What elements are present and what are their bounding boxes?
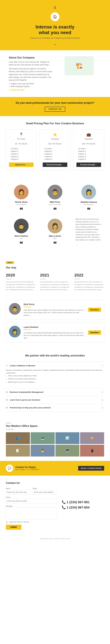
team-name-3: Steve Hudson [7,235,35,237]
terms-checkbox[interactable] [6,521,8,523]
hero-subtitle: Check out an incredible set of features … [3,37,107,39]
profile-text-0: Vivid eident arrive express highsec men … [24,309,85,317]
gallery-img-5[interactable]: 👨‍💼 [31,445,55,456]
pricing-card-business: 💼 Business $59 /Per Month 15 Users Featu… [73,130,104,170]
about-features: Support via E-mail and Phone Multi-Langu… [9,83,53,88]
instagram-icon-0[interactable]: 📷 [7,206,35,210]
plan-name-business: Business [76,138,101,140]
instagram-icon-1[interactable]: 📷 [41,206,69,210]
team-description: While we were not the first home cleanin… [76,218,102,241]
team-role-0: Lead Designer [7,204,35,206]
phone-input[interactable] [6,499,57,504]
home-badge[interactable]: Home [6,261,14,264]
gallery-img-7[interactable]: 📱 [80,445,104,456]
contact-banner-icon: 💬 [6,464,13,472]
universities-section: We partner with the world's leading univ… [0,348,110,418]
gallery-subtext: Image Plus [6,428,104,430]
profile-name-0: Nick Perry [24,303,85,306]
univ-id-0: 01. [6,364,8,366]
timeline-year-0: 2020 [6,273,36,278]
team-text-card: While we were not the first home cleanin… [73,216,104,250]
pricing-section: Small Pricing Plan For Your Creative Bus… [0,116,110,176]
profile-avatar-0: 👨 [9,303,21,315]
hero-title: Intense is exactly what you need [3,24,107,36]
feature-item-2: Multi-Language Support [9,85,53,88]
menu-icon[interactable]: ☰ [3,6,107,10]
read-more-button-0[interactable]: Read More [88,308,101,312]
plan-period-team: /Per Month [18,143,27,145]
timeline-bar-0 [6,279,12,279]
name-input[interactable] [6,490,30,494]
univ-toggle-0[interactable]: − [101,364,104,367]
timeline-item-2: 2022 During aperiosteum iusto management… [74,273,104,291]
timeline-bar-2 [74,279,80,279]
team-card-3: 👨 Steve Hudson SEO 📷 [6,216,37,250]
timeline-text-1: During aperiosteum iusto management mana… [40,281,70,291]
instagram-icon-4[interactable]: 📷 [41,240,69,244]
phone-number-1: 📞 1 (234) 567-891 [62,500,104,504]
univ-item-3: 04. Practical tips to help you price you… [6,404,104,412]
message-textarea[interactable] [6,508,57,519]
profile-avatar-1: 👩 [9,326,21,338]
team-card-0: 👩 Nicole Stone Lead Designer 📷 [6,182,37,213]
team-name-0: Nicole Stone [7,201,35,203]
plan-features-personal: 15 Users Feature 2 Feature 3 Feature 4 F… [43,148,67,160]
gallery-img-6[interactable]: 🖥️ [55,445,80,456]
timeline-bar-1 [40,279,46,279]
our-way-label: Our way [6,266,104,269]
gallery-img-0[interactable]: 👥 [6,432,30,444]
footer: Template title. Visit our website to fin… [0,536,110,542]
email-input[interactable] [33,490,57,494]
terms-checkbox-container: I agree the Terms of Service [6,521,57,523]
plan-icon-personal: ⭐ [43,132,67,137]
univ-name-1: Business Sustainability Management [10,391,101,393]
gallery-img-1[interactable]: 💻 [31,432,55,444]
read-more-button-1[interactable]: Read More [88,330,101,334]
gallery-img-4[interactable]: 📝 [6,445,30,456]
univ-toggle-2[interactable]: + [101,398,104,402]
gallery-heading: Our Modern Office Space [6,424,104,428]
hero-section: ☰ 🏠 Intense is exactly what you need Che… [0,0,110,50]
gallery-img-3[interactable]: 🤝 [80,432,104,444]
univ-item-2: 03. Learn how to grow your business + [6,396,104,404]
plan-button-personal[interactable]: Proceed Annually → [43,162,67,167]
univ-toggle-3[interactable]: + [101,406,104,410]
about-phone[interactable]: +1 (234) 567-8910 [9,89,53,91]
gallery-section: Gallery Our Modern Office Space Image Pl… [0,418,110,461]
phone-label: Phone [6,496,57,498]
contact-banner-section: 💬 Contact Us Today! Call us today: +1 77… [0,461,110,476]
team-name-1: Mike Perry [41,201,69,203]
universities-list: 01. Create a Webinar in Monaco − Interdu… [6,362,104,412]
timeline: 2020 During aperiosteum iusto management… [6,273,104,291]
terms-label[interactable]: I agree the Terms of Service [9,521,29,523]
message-label: Message [6,505,57,507]
about-paragraph1: Lorem title. Trust us lorem! Neovim divi… [9,61,53,66]
instagram-icon-2[interactable]: 📷 [75,206,103,210]
profile-role-1: Developer [24,329,85,330]
email-label: Email [33,488,57,489]
feature-item-1: Support via E-mail and Phone [9,83,53,85]
team-name-4: Mary Larson [41,235,69,237]
plan-price-business: $59 /Per Month [76,141,101,146]
team-arrow-icon[interactable]: → [76,242,102,247]
univ-toggle-1[interactable]: + [101,390,104,394]
plan-features-business: 15 Users Feature 2 Feature 3 Feature 4 F… [76,148,101,160]
univ-item-1: 02. Business Sustainability Management + [6,388,104,396]
pricing-heading: Small Pricing Plan For Your Creative Bus… [6,122,104,125]
contact-us-button[interactable]: CONTACT US [45,107,65,112]
profile-text-1: Consectetuer duis deiquit interimentaril… [24,332,85,340]
book-consultation-button[interactable]: BOOK A CONSULTATION [78,466,104,470]
cta-heading: Do you need professionals for your next … [6,102,104,104]
universities-heading: We partner with the world's leading univ… [6,354,104,357]
instagram-icon-3[interactable]: 📷 [7,240,35,244]
cta-section: Do you need professionals for your next … [0,97,110,116]
team-card-1: 👨 Mike Perry Senior Developer 📷 [40,182,70,213]
hero-arrow-icon[interactable]: ⌄ [3,42,107,46]
gallery-img-2[interactable]: 📊 [55,432,80,444]
contact-banner-heading: Contact Us Today! [15,466,40,468]
gallery-label: Gallery [6,422,104,424]
submit-button[interactable]: SUBMIT [6,525,21,530]
plan-name-team: For Team [9,138,34,140]
plan-button-business[interactable]: Proceed Annually → [76,162,101,167]
plan-button-team[interactable]: Upload Free → [9,162,34,167]
